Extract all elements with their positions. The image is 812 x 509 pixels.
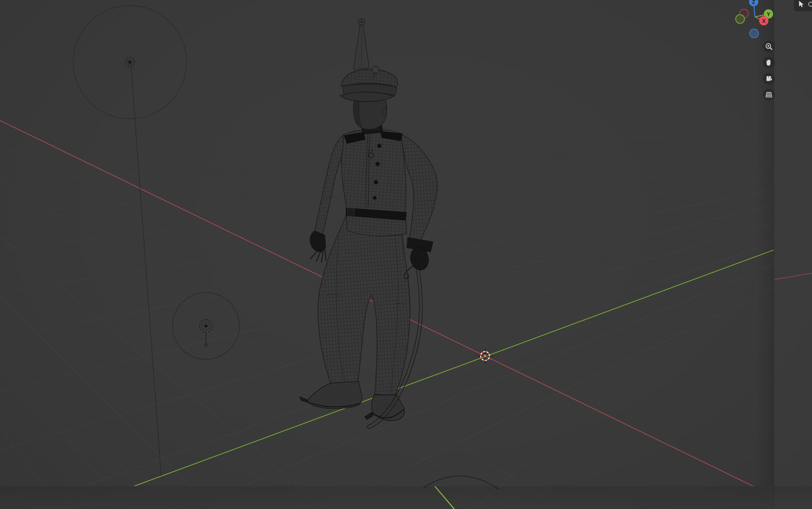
- navigation-gizmo[interactable]: Z Y X: [727, 0, 780, 42]
- soldier-left-hand: [310, 231, 326, 262]
- ear: [382, 108, 387, 115]
- gizmo-z-label: Z: [752, 0, 755, 5]
- button: [373, 196, 377, 200]
- 3d-cursor: [477, 348, 493, 364]
- button: [377, 144, 381, 148]
- grid-line: [370, 287, 774, 486]
- grid-line: [0, 427, 43, 486]
- hand-icon: [765, 58, 773, 67]
- camera-view-button[interactable]: [763, 73, 775, 85]
- grid-sphere-icon: [765, 90, 773, 99]
- wireframe-soldier-model[interactable]: [299, 19, 437, 429]
- origin-point: [128, 60, 132, 64]
- viewport-canvas[interactable]: [0, 0, 812, 509]
- soldier-left-boot: [299, 381, 362, 408]
- spur: [299, 397, 309, 403]
- pan-view-button[interactable]: [763, 57, 775, 68]
- toggle-projection-button[interactable]: [763, 89, 775, 101]
- bottom-region-shade: [0, 487, 812, 509]
- magnifier-plus-icon: [765, 42, 773, 51]
- blender-3d-viewport[interactable]: Z Y X: [0, 0, 812, 509]
- helmet-spike: [354, 19, 369, 70]
- circle-icon: [808, 1, 812, 7]
- object-origin-dot: [484, 355, 487, 358]
- spur: [365, 412, 374, 420]
- button: [376, 162, 380, 166]
- camera-icon: [765, 74, 773, 83]
- circle-empty-small[interactable]: [173, 293, 239, 359]
- grid-line: [0, 237, 301, 486]
- soldier-cap: [340, 69, 398, 102]
- soldier-right-glove: [407, 238, 433, 272]
- soldier-trousers: [318, 213, 410, 396]
- fingers: [310, 250, 326, 262]
- zoom-in-button[interactable]: [763, 41, 775, 52]
- viewport-nav-buttons: [763, 41, 775, 105]
- cursor-arrow-icon: [799, 1, 804, 8]
- right-region-sliver: [774, 0, 812, 509]
- active-tool-box[interactable]: [793, 0, 812, 12]
- circle-empty-large[interactable]: [73, 5, 187, 476]
- gizmo-x-label: X: [762, 18, 766, 24]
- grid-line: [0, 296, 190, 486]
- button: [374, 180, 378, 184]
- soldier-left-sleeve: [315, 135, 343, 235]
- origin-point: [204, 324, 208, 328]
- belt-buckle: [348, 209, 354, 215]
- gizmo-y-label: Y: [767, 11, 771, 17]
- y-axis-line: [134, 250, 774, 486]
- soldier-tunic: [341, 129, 407, 236]
- grid-line: [84, 242, 774, 486]
